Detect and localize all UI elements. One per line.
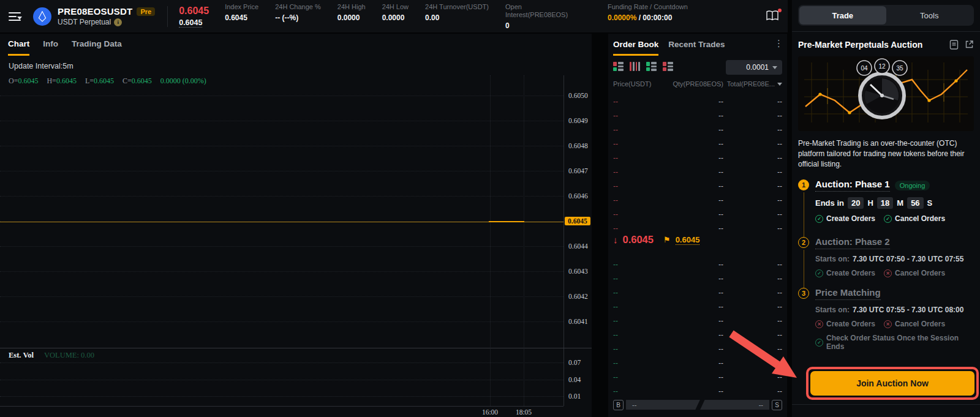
- ask-row[interactable]: ------: [613, 137, 782, 151]
- phase-2-title[interactable]: Auction: Phase 2: [815, 236, 890, 249]
- ask-row[interactable]: ------: [613, 94, 782, 108]
- divider: [792, 404, 980, 405]
- price-line-segment: [489, 221, 524, 222]
- bid-row[interactable]: ------: [613, 314, 782, 328]
- check-circle-icon: ✓: [815, 215, 823, 223]
- bid-row[interactable]: ------: [613, 285, 782, 299]
- time-axis-line: [0, 406, 564, 407]
- chevron-down-icon: [772, 66, 777, 69]
- bid-rows: ------ ------ ------ ------ ------ -----…: [613, 257, 782, 398]
- cross-circle-icon: ✕: [884, 269, 892, 277]
- phase-2-schedule: Starts on:7.30 UTC 07:50 - 7.30 UTC 07:5…: [815, 255, 974, 263]
- ask-row[interactable]: ------: [613, 165, 782, 179]
- tab-chart[interactable]: Chart: [8, 39, 29, 56]
- tab-order-book[interactable]: Order Book: [613, 40, 658, 56]
- ask-row[interactable]: ------: [613, 179, 782, 193]
- countdown-seconds: 56: [907, 197, 923, 209]
- bid-row[interactable]: ------: [613, 356, 782, 370]
- volume-value-label: VOLUME: 0.00: [44, 351, 94, 360]
- permission-item: ✕ Create Orders: [815, 320, 875, 328]
- ask-row[interactable]: ------: [613, 221, 782, 235]
- ask-row[interactable]: ------: [613, 108, 782, 122]
- bid-row[interactable]: ------: [613, 257, 782, 271]
- bid-row[interactable]: ------: [613, 342, 782, 356]
- bid-row[interactable]: ------: [613, 370, 782, 384]
- bid-row[interactable]: ------: [613, 271, 782, 285]
- last-price: 0.6045: [179, 6, 209, 17]
- ask-row[interactable]: ------: [613, 122, 782, 137]
- col-qty: Qty(PRE08EOS): [666, 80, 723, 88]
- orderbook-guide-icon[interactable]: [766, 10, 780, 23]
- bid-row[interactable]: ------: [613, 328, 782, 342]
- bid-row[interactable]: ------: [613, 384, 782, 398]
- est-vol-label: Est. Vol: [9, 351, 34, 360]
- permission-item: ✓ Cancel Orders: [884, 214, 945, 223]
- phase-3-title[interactable]: Price Matching: [815, 287, 881, 300]
- buy-sell-ratio-bar: B -- -- S: [613, 399, 782, 410]
- symbol-block[interactable]: PRE08EOSUSDT Pre USDT Perpetual i: [58, 6, 155, 26]
- price-tick-label: 0.6049: [568, 117, 588, 124]
- view-mode-depth-icon[interactable]: [630, 62, 640, 71]
- stat-24h-change: 24H Change % -- (--%): [275, 3, 321, 22]
- markets-menu-icon[interactable]: [9, 12, 22, 21]
- orderbook-menu-icon[interactable]: ⋮: [774, 39, 783, 48]
- tab-info[interactable]: Info: [43, 39, 58, 56]
- col-price: Price(USDT): [613, 80, 666, 88]
- mid-price-row[interactable]: ↓ 0.6045 ⚑ 0.6045: [613, 234, 699, 246]
- external-link-icon[interactable]: [965, 40, 974, 49]
- price-tick-label: 0.6048: [568, 142, 588, 149]
- price-gridline-row: 0.6046: [0, 183, 564, 208]
- symbol-name: PRE08EOSUSDT: [58, 6, 132, 17]
- price-gridline-row: 0.6044: [0, 234, 564, 259]
- view-mode-both-icon[interactable]: [613, 62, 624, 71]
- price-gridline-row: 0.6050: [0, 83, 564, 108]
- permission-item: ✕ Cancel Orders: [884, 269, 945, 277]
- tab-trade[interactable]: Trade: [799, 6, 886, 24]
- flag-icon: ⚑: [663, 235, 671, 244]
- price-axis: 0.6050 0.6049 0.6048 0.6047 0.6046: [0, 83, 564, 334]
- info-icon[interactable]: i: [114, 18, 122, 26]
- price-tick-label: 0.6046: [568, 192, 588, 200]
- ticker-stats: Index Price 0.6045 24H Change % -- (--%)…: [225, 3, 688, 30]
- eos-coin-logo: [33, 7, 51, 26]
- view-mode-asks-icon[interactable]: [663, 62, 673, 71]
- phase-2: 2 Auction: Phase 2 Starts on:7.30 UTC 07…: [798, 236, 974, 287]
- ask-row[interactable]: ------: [613, 193, 782, 207]
- divider: [792, 31, 980, 32]
- price-tick-label: 0.6047: [568, 167, 588, 175]
- divider: [167, 6, 168, 27]
- phase-1-title[interactable]: Auction: Phase 1: [815, 179, 890, 192]
- tab-trading-data[interactable]: Trading Data: [72, 39, 122, 56]
- ask-row[interactable]: ------: [613, 207, 782, 221]
- tick-size-dropdown[interactable]: 0.0001: [726, 60, 782, 75]
- check-circle-icon: ✓: [884, 215, 892, 223]
- chart-tabs: Chart Info Trading Data: [8, 39, 122, 56]
- cross-circle-icon: ✕: [815, 320, 823, 328]
- price-tick-label: 0.6050: [568, 92, 588, 99]
- stat-index-price: Index Price 0.6045: [225, 3, 258, 22]
- join-auction-button[interactable]: Join Auction Now: [810, 371, 974, 396]
- col-total[interactable]: Total(PRE08E...: [723, 80, 782, 88]
- countdown-hours: 20: [848, 197, 864, 209]
- premarket-banner: 04 12 35: [798, 56, 974, 131]
- ask-row[interactable]: ------: [613, 151, 782, 165]
- trade-tools-switch: Trade Tools: [798, 5, 974, 26]
- pre-badge: Pre: [137, 7, 155, 16]
- document-icon[interactable]: [949, 40, 959, 50]
- mark-price[interactable]: 0.6045: [179, 18, 202, 28]
- sell-label: S: [772, 400, 782, 410]
- badge-minutes: 12: [878, 63, 886, 70]
- orderbook-panel: Order Book Recent Trades ⋮ 0.0001 Price(…: [608, 34, 787, 417]
- orderbook-view-modes: [613, 62, 673, 71]
- price-gridline-row: 0.6042: [0, 284, 564, 309]
- funding-rate-value: 0.0000%: [608, 13, 636, 22]
- price-gridline-row: 0.6047: [0, 158, 564, 183]
- tab-recent-trades[interactable]: Recent Trades: [668, 40, 725, 56]
- time-tick-label: 18:05: [516, 408, 532, 416]
- ratio-divider: [694, 400, 706, 410]
- view-mode-bids-icon[interactable]: [646, 62, 657, 71]
- mark-price-link[interactable]: 0.6045: [676, 235, 700, 245]
- bid-row[interactable]: ------: [613, 299, 782, 314]
- top-header: PRE08EOSUSDT Pre USDT Perpetual i 0.6045…: [0, 0, 788, 34]
- tab-tools[interactable]: Tools: [886, 6, 973, 24]
